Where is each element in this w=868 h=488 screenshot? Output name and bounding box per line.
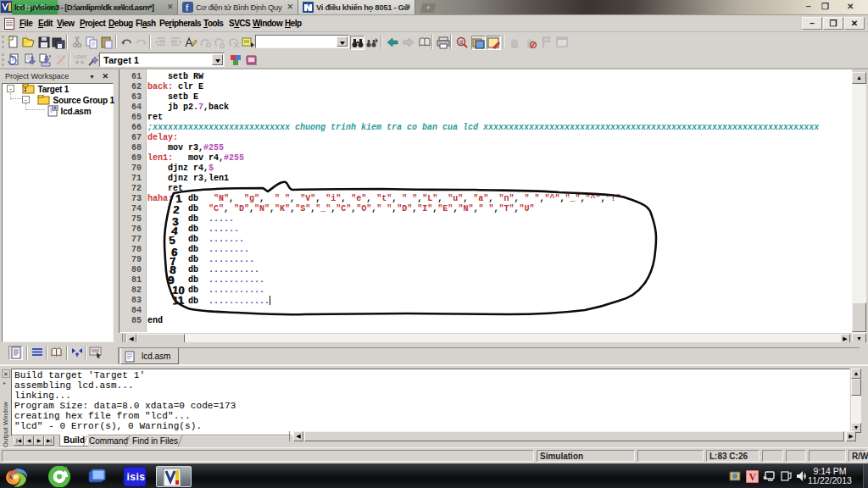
svg-text:V: V <box>749 471 757 483</box>
svg-text:isis: isis <box>127 471 146 483</box>
svg-text:LOAD: LOAD <box>74 54 86 59</box>
svg-text:d: d <box>459 39 463 45</box>
